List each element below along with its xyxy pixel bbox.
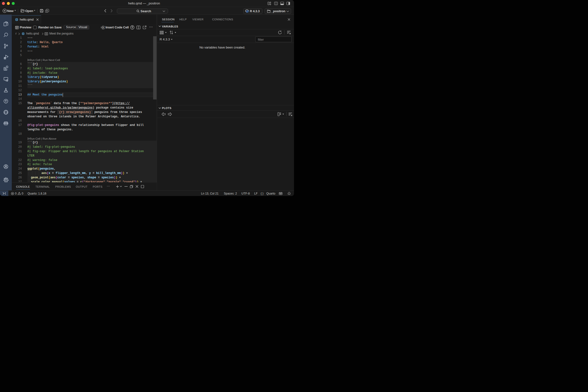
svg-text:R: R xyxy=(246,10,248,13)
